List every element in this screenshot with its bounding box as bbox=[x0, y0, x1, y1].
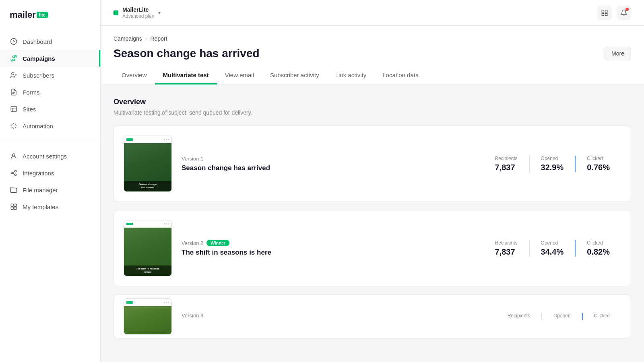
overview-description: Multivariate testing of subject, send qu… bbox=[114, 109, 631, 116]
integrations-icon bbox=[10, 169, 18, 177]
sidebar-item-account-settings[interactable]: Account settings bbox=[0, 148, 100, 165]
svg-rect-8 bbox=[11, 106, 17, 112]
clicked-value-2: 0.82% bbox=[587, 247, 610, 257]
opened-value-2: 34.4% bbox=[541, 247, 564, 257]
version-3-label: Version 3 bbox=[182, 313, 487, 319]
sidebar-nav: Dashboard Campaigns Subscribers Forms bbox=[0, 33, 100, 215]
stat-opened: Opened 32.9% bbox=[529, 156, 575, 172]
version-3-thumbnail bbox=[124, 298, 172, 335]
brand-info: MailerLite Advanced plan bbox=[122, 6, 154, 19]
dashboard-icon bbox=[10, 37, 18, 45]
stat-opened-2: Opened 34.4% bbox=[529, 240, 575, 257]
tab-link-activity[interactable]: Link activity bbox=[327, 67, 375, 84]
svg-point-11 bbox=[12, 154, 15, 156]
sidebar-item-label: Campaigns bbox=[23, 55, 55, 62]
campaigns-icon bbox=[10, 54, 18, 62]
svg-rect-21 bbox=[602, 10, 604, 12]
tab-location-data[interactable]: Location data bbox=[374, 67, 427, 84]
svg-line-15 bbox=[13, 171, 15, 173]
recipients-label-3: Recipients bbox=[508, 313, 530, 319]
clicked-label-3: Clicked bbox=[594, 313, 610, 319]
svg-point-14 bbox=[14, 174, 17, 176]
svg-point-5 bbox=[12, 72, 14, 75]
svg-rect-18 bbox=[14, 204, 17, 206]
sidebar-item-label: Automation bbox=[23, 123, 53, 130]
recipients-value-2: 7,837 bbox=[495, 247, 518, 257]
svg-rect-23 bbox=[602, 13, 604, 15]
sidebar-item-campaigns[interactable]: Campaigns bbox=[0, 50, 100, 67]
tab-view-email[interactable]: View email bbox=[217, 67, 262, 84]
svg-rect-3 bbox=[13, 56, 15, 58]
tab-multivariate[interactable]: Multivariate test bbox=[155, 67, 217, 84]
my-templates-icon bbox=[10, 203, 18, 211]
more-button[interactable]: More bbox=[605, 47, 631, 60]
sidebar-item-forms[interactable]: Forms bbox=[0, 84, 100, 101]
svg-rect-4 bbox=[13, 59, 15, 61]
version-3-stats: Recipients Opened Clicked bbox=[496, 313, 621, 320]
sidebar-item-file-manager[interactable]: File manager bbox=[0, 181, 100, 198]
stat-recipients-2: Recipients 7,837 bbox=[484, 240, 529, 257]
opened-label-3: Opened bbox=[553, 313, 571, 319]
recipients-label: Recipients bbox=[495, 156, 518, 161]
page-title: Season change has arrived bbox=[114, 47, 260, 60]
overview-header: Overview Multivariate testing of subject… bbox=[114, 98, 631, 116]
stat-clicked-3: Clicked bbox=[582, 313, 621, 320]
sites-icon bbox=[10, 105, 18, 113]
apps-button[interactable] bbox=[597, 6, 612, 20]
breadcrumb: Campaigns › Report bbox=[114, 35, 631, 42]
overview-title: Overview bbox=[114, 98, 631, 106]
version-2-subject: The shift in seasons is here bbox=[182, 249, 474, 257]
version-2-info: Version 2 Winner The shift in seasons is… bbox=[182, 240, 474, 257]
breadcrumb-parent[interactable]: Campaigns bbox=[114, 35, 142, 42]
brand-plan: Advanced plan bbox=[122, 13, 154, 19]
forms-icon bbox=[10, 88, 18, 96]
logo-text: mailer bbox=[10, 10, 36, 20]
opened-label-2: Opened bbox=[541, 240, 564, 246]
stat-clicked: Clicked 0.76% bbox=[575, 156, 621, 172]
logo-badge: lite bbox=[37, 12, 48, 18]
version-1-thumbnail: Season changehas arrived bbox=[124, 136, 172, 192]
version-2-label: Version 2 bbox=[182, 240, 203, 246]
sidebar: mailer lite Dashboard Campaigns Subscrib… bbox=[0, 0, 101, 362]
breadcrumb-separator: › bbox=[145, 35, 147, 42]
version-3-info: Version 3 bbox=[182, 313, 487, 321]
version-2-thumbnail: The shift in seasonsis here bbox=[124, 220, 172, 276]
winner-badge: Winner bbox=[206, 240, 229, 246]
svg-rect-24 bbox=[605, 13, 607, 15]
sidebar-item-label: Integrations bbox=[23, 170, 54, 177]
svg-rect-22 bbox=[605, 10, 607, 12]
notifications-button[interactable] bbox=[617, 6, 631, 20]
brand-name: MailerLite bbox=[122, 6, 154, 13]
brand-chevron-icon: ▾ bbox=[158, 10, 161, 16]
stat-clicked-2: Clicked 0.82% bbox=[575, 240, 621, 257]
content: Campaigns › Report Season change has arr… bbox=[101, 26, 644, 362]
tab-overview[interactable]: Overview bbox=[114, 67, 155, 84]
content-body: Overview Multivariate testing of subject… bbox=[101, 85, 644, 352]
tab-subscriber-activity[interactable]: Subscriber activity bbox=[262, 67, 327, 84]
topbar-actions bbox=[597, 6, 631, 20]
sidebar-item-my-templates[interactable]: My templates bbox=[0, 198, 100, 215]
sidebar-item-integrations[interactable]: Integrations bbox=[0, 165, 100, 181]
stat-recipients: Recipients 7,837 bbox=[484, 156, 529, 172]
sidebar-item-label: Account settings bbox=[23, 153, 67, 160]
sidebar-item-label: Subscribers bbox=[23, 72, 54, 79]
stat-opened-3: Opened bbox=[541, 313, 582, 320]
svg-rect-19 bbox=[11, 207, 13, 210]
tabs-bar: Overview Multivariate test View email Su… bbox=[114, 67, 631, 84]
sidebar-item-dashboard[interactable]: Dashboard bbox=[0, 33, 100, 50]
version-1-subject: Season change has arrived bbox=[182, 164, 474, 172]
sidebar-item-label: File manager bbox=[23, 187, 58, 193]
version-2-label-row: Version 2 Winner bbox=[182, 240, 474, 246]
recipients-value: 7,837 bbox=[495, 163, 518, 172]
logo[interactable]: mailer lite bbox=[0, 10, 100, 33]
sidebar-item-automation[interactable]: Automation bbox=[0, 117, 100, 134]
brand-selector[interactable]: MailerLite Advanced plan ▾ bbox=[114, 6, 161, 19]
clicked-label-2: Clicked bbox=[587, 240, 610, 246]
version-2-stats: Recipients 7,837 Opened 34.4% Clicked 0.… bbox=[484, 240, 621, 257]
breadcrumb-current: Report bbox=[151, 35, 167, 42]
sidebar-item-subscribers[interactable]: Subscribers bbox=[0, 67, 100, 84]
svg-rect-20 bbox=[14, 207, 17, 210]
stat-recipients-3: Recipients bbox=[496, 313, 541, 320]
automation-icon bbox=[10, 122, 18, 130]
sidebar-item-sites[interactable]: Sites bbox=[0, 101, 100, 117]
